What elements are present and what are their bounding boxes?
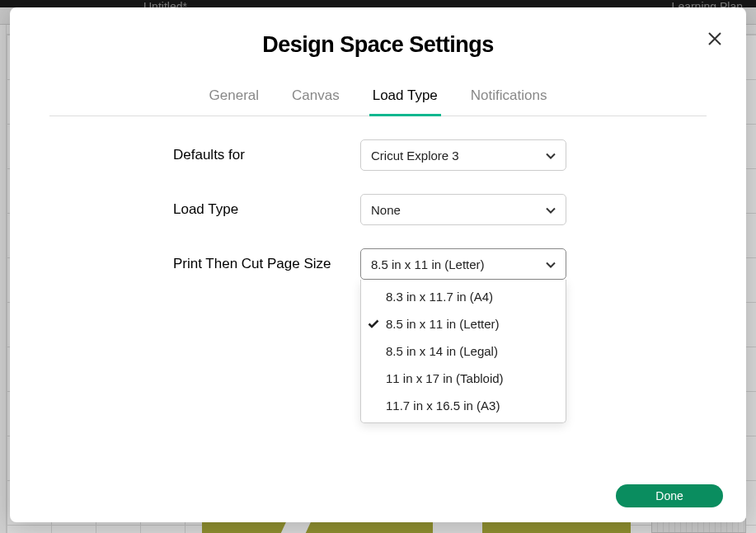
tabs-nav: General Canvas Load Type Notifications	[49, 81, 707, 116]
defaults-for-value: Cricut Explore 3	[371, 149, 459, 163]
page-size-option[interactable]: 11.7 in x 16.5 in (A3)	[361, 392, 566, 422]
tab-general[interactable]: General	[206, 81, 262, 116]
page-size-option-label: 8.3 in x 11.7 in (A4)	[386, 290, 493, 304]
page-size-option-label: 11.7 in x 16.5 in (A3)	[386, 399, 500, 413]
page-size-option-label: 8.5 in x 14 in (Legal)	[386, 344, 498, 358]
page-size-option[interactable]: 8.5 in x 11 in (Letter)	[361, 310, 566, 337]
tab-notifications[interactable]: Notifications	[467, 81, 551, 116]
load-type-select[interactable]: None	[360, 194, 566, 225]
check-icon	[368, 317, 379, 331]
page-size-label: Print Then Cut Page Size	[25, 256, 190, 272]
page-size-option-label: 11 in x 17 in (Tabloid)	[386, 371, 504, 385]
load-type-label: Load Type	[25, 201, 190, 218]
close-icon	[707, 31, 723, 47]
page-size-dropdown: 8.3 in x 11.7 in (A4)8.5 in x 11 in (Let…	[360, 280, 566, 423]
load-type-value: None	[371, 203, 401, 217]
page-size-value: 8.5 in x 11 in (Letter)	[371, 257, 485, 271]
page-size-option-label: 8.5 in x 11 in (Letter)	[386, 317, 500, 331]
chevron-down-icon	[546, 202, 556, 217]
chevron-down-icon	[546, 148, 556, 163]
defaults-for-select[interactable]: Cricut Explore 3	[360, 139, 566, 171]
tab-load-type[interactable]: Load Type	[369, 81, 441, 116]
tab-canvas[interactable]: Canvas	[289, 81, 343, 116]
page-size-option[interactable]: 8.5 in x 14 in (Legal)	[361, 337, 566, 365]
chevron-down-icon	[546, 257, 556, 271]
page-size-select[interactable]: 8.5 in x 11 in (Letter)	[360, 248, 566, 280]
modal-title: Design Space Settings	[35, 32, 721, 58]
close-button[interactable]	[703, 27, 726, 50]
page-size-option[interactable]: 11 in x 17 in (Tabloid)	[361, 365, 566, 392]
defaults-for-label: Defaults for	[25, 147, 190, 163]
settings-modal: Design Space Settings General Canvas Loa…	[10, 7, 746, 522]
page-size-option[interactable]: 8.3 in x 11.7 in (A4)	[361, 280, 566, 310]
done-button[interactable]: Done	[616, 484, 723, 507]
